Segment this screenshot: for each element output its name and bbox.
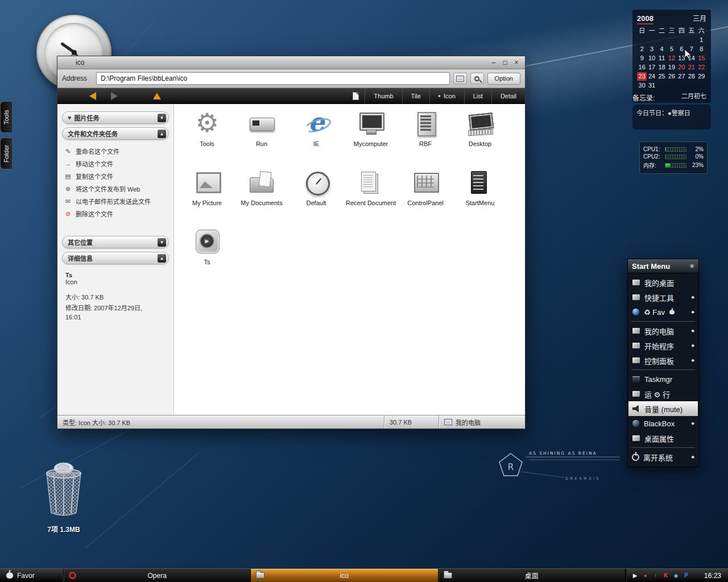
view-button-icon[interactable]: ▸Icon <box>429 88 464 103</box>
task-item[interactable]: ⊘删除这个文件 <box>64 207 168 220</box>
calendar-day[interactable]: 12 <box>667 54 676 63</box>
task-item[interactable]: ✎重命名这个文件 <box>64 145 168 157</box>
page-icon[interactable] <box>353 92 359 100</box>
calendar-day[interactable]: 10 <box>647 54 656 63</box>
menu-item[interactable]: ♻ Fav◆ <box>628 305 698 319</box>
file-item-my-documents[interactable]: My Documents <box>234 170 289 228</box>
task-button-opera[interactable]: Opera <box>64 569 251 582</box>
panel-header-details[interactable]: 详细信息 ▴ <box>62 252 169 264</box>
minimize-button[interactable]: – <box>489 59 499 66</box>
titlebar[interactable]: ico –□× <box>57 56 525 69</box>
calendar-day[interactable]: 9 <box>637 54 647 63</box>
calendar-day[interactable]: 27 <box>677 72 686 81</box>
calendar-day[interactable]: 26 <box>667 72 676 81</box>
task-item[interactable]: ⊕将这个文件发布到 Web <box>64 182 168 195</box>
calendar-day[interactable]: 3 <box>647 45 656 53</box>
calendar-day[interactable]: 17 <box>647 63 656 72</box>
calendar-day[interactable]: 21 <box>686 63 696 72</box>
task-button-桌面[interactable]: 桌面 <box>439 569 626 582</box>
k-app-icon[interactable]: K <box>662 572 669 579</box>
recycle-bin[interactable]: 7项 1.3MB <box>34 458 93 534</box>
menu-item[interactable]: Taskmgr <box>628 372 698 386</box>
menu-item[interactable]: 离开系统◆ <box>628 450 698 464</box>
forward-button[interactable] <box>111 92 118 100</box>
menu-item[interactable]: 运 ⚙ 行 <box>628 386 698 401</box>
calendar-day[interactable]: 22 <box>697 63 706 72</box>
task-item[interactable]: →移动这个文件 <box>64 157 168 170</box>
calendar-day[interactable]: 29 <box>697 72 706 81</box>
menu-item[interactable]: 我的电脑◆ <box>628 323 698 338</box>
address-input[interactable]: D:\Program Files\bbLean\ico <box>96 72 450 85</box>
menu-item[interactable]: 控制面板◆ <box>628 353 698 368</box>
computer-view-button[interactable] <box>453 73 467 84</box>
messenger-icon[interactable]: ◆ <box>672 572 680 579</box>
file-item-controlpanel[interactable]: ControlPanel <box>398 170 453 228</box>
search-button[interactable] <box>470 73 484 84</box>
calendar-day[interactable]: 23 <box>637 72 647 81</box>
file-item-mycomputer[interactable]: Mycomputer <box>344 111 398 169</box>
up-button[interactable] <box>133 93 161 99</box>
chevron-up-icon[interactable]: ▴ <box>158 130 166 138</box>
calendar-day[interactable]: 28 <box>686 72 696 81</box>
calendar-day[interactable]: 19 <box>667 63 676 72</box>
calendar-day[interactable]: 1 <box>697 36 706 44</box>
calendar-day[interactable]: 5 <box>667 45 676 53</box>
calendar-day[interactable]: 2 <box>637 45 647 53</box>
close-button[interactable]: × <box>511 59 522 66</box>
calendar-day[interactable]: 25 <box>657 72 667 81</box>
file-item-desktop[interactable]: Desktop <box>453 111 507 169</box>
upload-icon[interactable]: ↑ <box>652 572 659 579</box>
start-menu-header[interactable]: Start Menu ✳ <box>628 259 698 273</box>
menu-item[interactable]: 音量 (mute) <box>628 401 698 416</box>
file-item-startmenu[interactable]: StartMenu <box>453 170 507 228</box>
file-item-run[interactable]: Run <box>234 111 289 169</box>
calendar-day[interactable]: 15 <box>697 54 706 63</box>
calendar-day[interactable]: 31 <box>647 81 656 90</box>
monitor-label: CPU1: <box>643 146 663 152</box>
task-button-ico[interactable]: ico <box>251 569 438 582</box>
antivirus-icon[interactable]: ● <box>642 572 649 579</box>
file-item-rbf[interactable]: RBF <box>398 111 453 169</box>
calendar-day[interactable]: 18 <box>657 63 667 72</box>
calendar-day[interactable]: 8 <box>697 45 706 53</box>
view-button-detail[interactable]: Detail <box>491 88 525 103</box>
edge-tab-tools[interactable]: Tools <box>0 101 12 133</box>
chevron-down-icon[interactable]: ▾ <box>158 238 166 247</box>
file-item-ts[interactable]: Ts <box>180 229 234 287</box>
p-app-icon[interactable]: P <box>682 572 690 579</box>
calendar-day[interactable]: 30 <box>637 81 647 90</box>
maximize-button[interactable]: □ <box>500 59 510 66</box>
calendar-day[interactable]: 20 <box>677 63 686 72</box>
task-item[interactable]: ✉以电子邮件形式发送此文件 <box>64 195 168 207</box>
file-item-tools[interactable]: Tools <box>180 111 234 169</box>
view-button-thumb[interactable]: Thumb <box>365 88 402 103</box>
calendar-day[interactable]: 24 <box>647 72 656 81</box>
menu-item[interactable]: 桌面属性 <box>628 431 698 446</box>
option-button[interactable]: Option <box>487 73 520 85</box>
chevron-down-icon[interactable]: ▾ <box>158 114 166 122</box>
file-item-recent-document[interactable]: Recent Document <box>344 170 398 228</box>
calendar-day[interactable]: 11 <box>657 54 667 63</box>
file-item-ie[interactable]: IE <box>289 111 344 169</box>
pointer-icon[interactable]: ▶ <box>631 572 639 579</box>
panel-other-places: 其它位置 ▾ <box>62 236 169 248</box>
edge-tab-folder[interactable]: Folder <box>0 138 12 169</box>
panel-header-file-tasks[interactable]: 文件和文件夹任务 ▴ <box>62 127 169 140</box>
file-item-default[interactable]: Default <box>289 170 344 228</box>
menu-item[interactable]: BlackBox◆ <box>628 416 698 431</box>
start-button[interactable]: Favor <box>0 569 64 582</box>
chevron-up-icon[interactable]: ▴ <box>158 254 166 263</box>
calendar-day[interactable]: 16 <box>637 63 647 72</box>
file-item-my-picture[interactable]: My Picture <box>180 170 234 228</box>
menu-item[interactable]: 快捷工具◆ <box>628 290 698 305</box>
menu-item[interactable]: 开始程序◆ <box>628 338 698 353</box>
panel-header-picture-tasks[interactable]: ♥ 图片任务 ▾ <box>62 111 169 124</box>
active-view-marker-icon: ▸ <box>439 93 441 98</box>
panel-header-other-places[interactable]: 其它位置 ▾ <box>62 236 169 248</box>
calendar-day[interactable]: 4 <box>657 45 667 53</box>
task-item[interactable]: ▤复制这个文件 <box>64 170 168 182</box>
view-button-list[interactable]: List <box>464 88 491 103</box>
menu-item[interactable]: 我的桌面 <box>628 275 698 290</box>
back-button[interactable] <box>89 92 96 100</box>
view-button-tile[interactable]: Tile <box>402 88 429 103</box>
